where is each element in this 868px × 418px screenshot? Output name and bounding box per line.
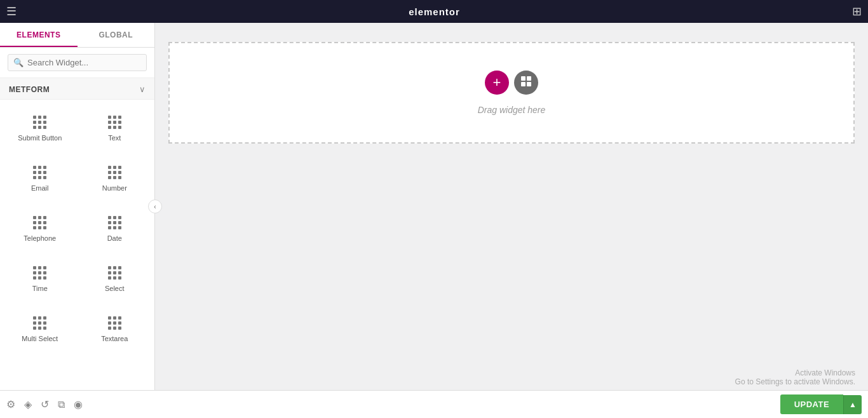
tab-global[interactable]: GLOBAL — [78, 23, 155, 47]
widget-row: Telephone Date — [3, 203, 152, 253]
activate-windows-watermark: Activate Windows Go to Settings to activ… — [735, 368, 855, 386]
widget-label-number: Number — [102, 184, 127, 192]
widget-icon-submit-button — [33, 116, 46, 129]
widget-row: Submit Button Text — [3, 102, 152, 152]
widget-label-time: Time — [32, 285, 48, 292]
widget-label-date: Date — [107, 234, 122, 242]
widget-email[interactable]: Email — [4, 154, 76, 201]
section-header[interactable]: METFORM ∨ — [0, 78, 154, 100]
widget-text[interactable]: Text — [79, 104, 151, 151]
canvas-area: + Drag widget here Activate Wi — [155, 23, 868, 390]
canvas-action-buttons: + — [485, 71, 538, 95]
search-box: 🔍 — [0, 48, 154, 78]
widget-label-telephone: Telephone — [24, 234, 56, 242]
widget-icon-email — [33, 166, 46, 179]
widget-icon-telephone — [33, 216, 46, 229]
widget-icon-multi-select — [33, 316, 46, 330]
svg-rect-0 — [521, 76, 526, 81]
search-icon: 🔍 — [13, 58, 24, 67]
activate-line2: Go to Settings to activate Windows. — [735, 377, 855, 386]
chevron-down-icon: ∨ — [139, 84, 146, 94]
sidebar-tabs: ELEMENTS GLOBAL — [0, 23, 154, 48]
drag-widget-text: Drag widget here — [478, 105, 546, 115]
widget-textarea[interactable]: Textarea — [79, 304, 151, 352]
bottom-toolbar: ⚙ ◈ ↺ ⧉ ◉ UPDATE ▲ — [0, 390, 868, 418]
preview-icon[interactable]: ◉ — [74, 398, 83, 410]
widget-icon-select — [108, 266, 121, 280]
update-arrow-button[interactable]: ▲ — [843, 395, 862, 414]
canvas-section: + Drag widget here — [168, 42, 855, 144]
section-title: METFORM — [9, 85, 50, 94]
widget-submit-button[interactable]: Submit Button — [4, 104, 76, 151]
tab-elements[interactable]: ELEMENTS — [0, 23, 78, 47]
layout-button[interactable] — [514, 71, 538, 95]
main-layout: ELEMENTS GLOBAL 🔍 METFORM ∨ — [0, 23, 868, 390]
layers-icon[interactable]: ◈ — [24, 398, 32, 410]
widget-time[interactable]: Time — [4, 254, 76, 302]
widget-icon-number — [108, 166, 121, 179]
svg-rect-3 — [527, 82, 531, 86]
top-bar: ☰ elementor ⊞ — [0, 0, 868, 23]
svg-rect-1 — [527, 76, 531, 81]
logo: elementor — [17, 6, 852, 17]
widget-label-submit-button: Submit Button — [18, 134, 62, 142]
update-button-wrap: UPDATE ▲ — [780, 394, 862, 414]
sidebar: ELEMENTS GLOBAL 🔍 METFORM ∨ — [0, 23, 155, 390]
widget-icon-text — [108, 116, 121, 129]
responsive-icon[interactable]: ⧉ — [58, 399, 65, 410]
widget-label-email: Email — [31, 184, 49, 192]
update-button[interactable]: UPDATE — [780, 394, 843, 414]
history-icon[interactable]: ↺ — [41, 398, 49, 410]
widget-grid: Submit Button Text — [0, 100, 154, 390]
activate-line1: Activate Windows — [735, 368, 855, 377]
grid-icon[interactable]: ⊞ — [852, 4, 862, 18]
widget-select[interactable]: Select — [79, 254, 151, 302]
widget-date[interactable]: Date — [79, 204, 151, 252]
sidebar-collapse-button[interactable]: ‹ — [148, 199, 162, 213]
widget-row: Time Select — [3, 253, 152, 303]
widget-label-text: Text — [108, 134, 121, 142]
widget-row: Multi Select Textarea — [3, 303, 152, 353]
search-input-wrap: 🔍 — [8, 54, 147, 71]
plus-icon: + — [493, 76, 501, 90]
widget-label-textarea: Textarea — [101, 335, 128, 342]
widget-multi-select[interactable]: Multi Select — [4, 304, 76, 352]
widget-row: Email Number — [3, 152, 152, 203]
widget-label-select: Select — [105, 285, 125, 292]
menu-icon[interactable]: ☰ — [6, 4, 17, 18]
widget-label-multi-select: Multi Select — [22, 335, 58, 342]
widget-icon-time — [33, 266, 46, 280]
widget-icon-textarea — [108, 316, 121, 330]
widget-telephone[interactable]: Telephone — [4, 204, 76, 252]
search-input[interactable] — [27, 58, 141, 67]
settings-icon[interactable]: ⚙ — [6, 398, 15, 410]
add-section-button[interactable]: + — [485, 71, 509, 95]
widget-icon-date — [108, 216, 121, 229]
svg-rect-2 — [521, 82, 526, 86]
layout-icon — [520, 76, 532, 90]
widget-number[interactable]: Number — [79, 154, 151, 201]
bottom-icons: ⚙ ◈ ↺ ⧉ ◉ — [6, 398, 780, 410]
